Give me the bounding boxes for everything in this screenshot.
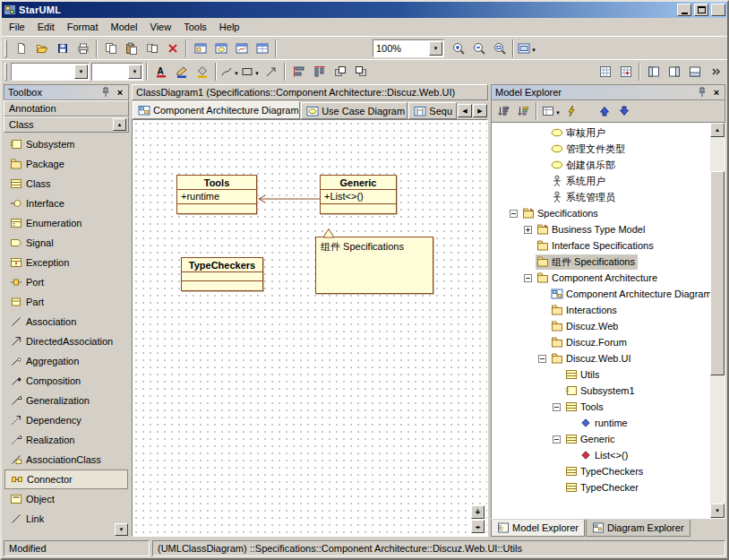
dropdown-arrow-icon[interactable] [128,65,142,79]
diagram-window-button-4[interactable] [252,39,272,58]
toolbox-item-class[interactable]: Class [4,174,128,194]
toolbox-scroll-down-button[interactable] [115,523,128,536]
uml-class-typecheckers[interactable]: TypeCheckers [181,257,263,291]
tab-scroll-right-button[interactable] [473,104,487,117]
toolbox-close-button[interactable] [114,87,126,99]
maximize-button[interactable] [694,4,708,16]
toolbox-item-aggregation[interactable]: Aggregation [4,351,128,371]
toolbar-grip[interactable] [4,63,7,81]
zoom-combo[interactable]: 100% [373,39,444,57]
toolbox-item-exception[interactable]: Exception [4,253,128,272]
tree-item-row-3[interactable]: 系统用户 [492,173,710,189]
explorer-close-button[interactable] [710,87,723,99]
copy-button[interactable] [100,39,121,58]
save-project-button[interactable] [52,39,73,58]
sort-by-type-button[interactable] [513,102,532,120]
send-to-back-button[interactable] [350,62,371,82]
tree-item-subsystem1[interactable]: Subsystem1 [492,383,710,399]
tab-scroll-left-button[interactable] [458,104,472,117]
tree-item-component-architecture[interactable]: Component Architecture [492,270,710,286]
view-options-button[interactable] [541,102,562,120]
toolbar-grip[interactable] [4,39,7,57]
toolbox-group-annotation[interactable]: Annotation [4,100,129,116]
canvas-nav-button[interactable] [471,520,485,533]
menu-model[interactable]: Model [105,19,144,36]
tree-item-business-type-model[interactable]: Business Type Model [492,221,710,237]
zoom-out-button[interactable] [468,39,489,58]
toolbox-item-connector[interactable]: Connector [4,470,128,489]
tree-item-row-1[interactable]: 管理文件类型 [492,141,710,157]
diagram-window-button-3[interactable] [231,39,252,58]
expander-minus-icon[interactable] [553,403,561,411]
line-style-button[interactable] [219,62,240,82]
font-color-button[interactable]: A [150,62,171,82]
tree-item-runtime[interactable]: runtime [492,415,710,431]
explorer-tab-model-explorer[interactable]: Model Explorer [491,520,585,537]
tree-item-tools[interactable]: Tools [492,399,710,415]
toolbox-item-realization[interactable]: Realization [4,430,128,450]
tree-item-generic[interactable]: Generic [492,431,710,447]
toolbox-group-class[interactable]: Class [4,116,129,133]
move-up-button[interactable] [596,102,614,120]
toolbox-item-enumeration[interactable]: Enumeration [4,213,128,233]
dropdown-arrow-icon[interactable] [429,41,442,56]
stereotype-combo[interactable] [11,63,90,81]
toolbox-item-generalization[interactable]: Generalization [4,391,128,410]
dropdown-arrow-icon[interactable] [74,65,88,79]
new-project-button[interactable] [11,39,31,58]
toolbox-item-port[interactable]: Port [4,272,128,292]
zoom-in-button[interactable] [448,39,468,58]
canvas-pan-button[interactable] [471,505,485,519]
tree-item-utils[interactable]: Utils [492,366,710,383]
paste-button[interactable] [121,39,142,58]
window-view-button[interactable] [517,39,537,58]
toolbox-item-link[interactable]: Link [4,509,128,529]
uml-subsystem-specifications[interactable]: 组件 Specifications [315,237,433,294]
uml-class-generic[interactable]: Generic+List<>() [320,175,397,214]
expander-plus-icon[interactable] [524,226,532,234]
expander-minus-icon[interactable] [510,210,518,218]
toolbox-item-signal[interactable]: Signal [4,233,128,253]
menu-view[interactable]: View [144,19,178,36]
tree-item-row-2[interactable]: 创建俱乐部 [492,157,710,173]
align-top-button[interactable] [309,62,330,82]
toggle-toolbox-button[interactable] [643,62,664,82]
tree-item-interactions[interactable]: Interactions [492,302,710,318]
uml-class-tools[interactable]: Tools+runtime [176,175,257,214]
diagram-tab-sequ[interactable]: Sequ [408,102,457,119]
tree-item-discuz-web-ui[interactable]: Discuz.Web.UI [492,350,710,366]
zoom-area-button[interactable] [489,39,510,58]
diagram-tab-use-case-diagram[interactable]: Use Case Diagram [301,102,407,119]
toolbox-scroll-up-button[interactable] [113,118,126,131]
minimize-button[interactable] [677,4,691,16]
expander-minus-icon[interactable] [538,355,546,363]
scroll-up-button[interactable] [710,123,725,137]
explorer-tab-diagram-explorer[interactable]: Diagram Explorer [586,520,690,537]
toolbox-item-composition[interactable]: Composition [4,371,128,391]
tree-item-interface-specifications[interactable]: Interface Specifications [492,237,710,254]
menu-edit[interactable]: Edit [31,19,61,36]
tree-scrollbar[interactable] [710,123,725,518]
tree-item-specifications[interactable]: Specifications [492,205,710,221]
stereotype-display-button[interactable] [240,62,261,82]
expander-minus-icon[interactable] [524,274,532,282]
menu-file[interactable]: File [3,19,31,36]
open-project-button[interactable] [31,39,52,58]
fill-color-button[interactable] [192,62,212,82]
toggle-properties-button[interactable] [684,62,705,82]
toolbox-item-dependency[interactable]: Dependency [4,410,128,430]
tree-item-discuz-web[interactable]: Discuz.Web [492,318,710,334]
print-button[interactable] [73,39,93,58]
tree-item-typecheckers[interactable]: TypeCheckers [492,463,710,479]
toolbar-overflow-button[interactable] [705,62,725,82]
menu-help[interactable]: Help [213,19,246,36]
snap-to-grid-button[interactable] [615,62,636,82]
close-button[interactable] [711,4,725,16]
toolbox-item-associationclass[interactable]: AssociationClass [4,450,128,470]
line-color-button[interactable] [171,62,192,82]
tree-item-component-architecture-diagram[interactable]: Component Architecture Diagram [492,286,710,302]
toolbox-item-object[interactable]: Object [4,489,128,509]
toolbox-item-part[interactable]: Part [4,292,128,312]
move-down-button[interactable] [615,102,634,120]
view-style-combo[interactable] [91,63,143,81]
